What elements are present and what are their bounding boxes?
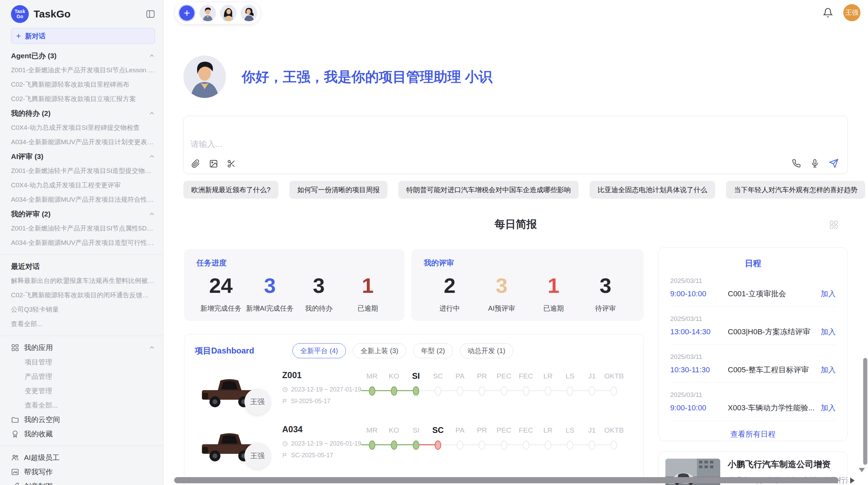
greeting-text: 你好，王强，我是你的项目管理助理 小识 [242, 67, 492, 86]
my-review-card: 我的评审 2 进行中 3 AI预评审 1 已逾期 3 待评审 [411, 249, 644, 321]
image-icon[interactable] [209, 159, 218, 168]
recent-chat-item[interactable]: 公司Q3轻卡销量 [11, 302, 155, 317]
sidebar-section-agent-done[interactable]: Agent已办 (3) [11, 49, 155, 63]
app-link-project-mgmt[interactable]: 项目管理 [11, 355, 155, 369]
tab-new-topbody[interactable]: 全新上装 (3) [353, 343, 406, 358]
milestone-label-current: SC [427, 425, 449, 435]
user-avatar[interactable]: 王强 [843, 4, 860, 21]
suggestion-chip[interactable]: 欧洲新规最近颁布了什么? [183, 181, 278, 199]
project-row-a034[interactable]: 王强 A034 2023-12-19 ~ 2026-01-19 SC-2025-… [195, 422, 633, 476]
chevron-up-icon [149, 110, 155, 116]
tab-new-platform[interactable]: 全新平台 (4) [292, 343, 346, 358]
app-link-view-all[interactable]: 查看全部... [11, 398, 155, 412]
folder-icon [11, 415, 19, 424]
sidebar-section-ai-review[interactable]: AI评审 (3) [11, 149, 155, 164]
app-link-change-mgmt[interactable]: 变更管理 [11, 384, 155, 398]
attach-icon[interactable] [191, 159, 200, 168]
task-progress-card: 任务进度 24 新增完成任务 3 新增AI完成任务 3 我的待办 1 已逾期 [184, 249, 405, 321]
sidebar-item[interactable]: C0X4-动力总成开发项目SI里程碑提交物检查 [11, 121, 155, 135]
milestone-label: PA [449, 425, 471, 435]
sidebar-item[interactable]: A034-全新新能源MUV产品开发项目计划变更表编写 [11, 135, 155, 149]
recent-chat-item[interactable]: C02-飞腾新能源轻客改款项目的闭环通告反馈情况 [11, 288, 155, 302]
milestone-label: MR [361, 425, 383, 435]
new-chat-button[interactable]: + 新对话 [11, 28, 155, 44]
sidebar-section-my-todo[interactable]: 我的待办 (2) [11, 106, 155, 121]
milestone-label: SI [405, 425, 427, 435]
app-link-product-mgmt[interactable]: 产品管理 [11, 369, 155, 384]
milestone-node [611, 440, 617, 450]
milestone-node [545, 386, 551, 396]
sidebar-item[interactable]: Z001-全新燃油皮卡产品开发项目SI节点Lesson Learn报告 [11, 63, 155, 77]
milestone-label: PEC [493, 425, 515, 435]
conversation-avatar-1[interactable] [200, 5, 216, 21]
sidebar-item-my-apps[interactable]: 我的应用 [11, 340, 155, 355]
sidebar-collapse-icon[interactable] [146, 10, 155, 18]
sidebar-item[interactable]: Z001-全新燃油轻卡产品开发项目SI节点属性5D文件评审 [11, 221, 155, 236]
milestone-node [479, 386, 485, 396]
suggestion-chip[interactable]: 如何写一份清晰的项目周报 [289, 181, 387, 199]
vertical-scrollbar[interactable] [863, 358, 867, 465]
suggestion-chip[interactable]: 特朗普可能对进口汽车增税会对中国车企造成哪些影响 [398, 181, 579, 199]
clock-icon [282, 387, 288, 393]
sidebar-item[interactable]: A034-全新新能源MUV产品开发项目法规符合性评审 [11, 192, 155, 207]
logo-line2: Go [16, 14, 23, 19]
conversation-avatar-2[interactable] [220, 5, 237, 21]
conversation-switcher: + [174, 2, 261, 24]
join-link[interactable]: 加入 [821, 403, 836, 413]
schedule-title: 日程 [670, 258, 836, 269]
join-link[interactable]: 加入 [821, 327, 836, 337]
sidebar-item-help-me-write[interactable]: 帮我写作 [11, 465, 155, 479]
tab-model-year[interactable]: 年型 (2) [413, 343, 453, 358]
add-conversation-button[interactable]: + [178, 4, 195, 22]
composer-left-tools [191, 159, 236, 168]
suggestion-chip[interactable]: 比亚迪全固态电池计划具体说了什么 [590, 181, 715, 199]
schedule-event: 2025/03/11 9:00-10:00 C001-立项审批会 加入 [670, 269, 836, 307]
project-dates: 2023-12-19 ~ 2026-01-19 [282, 440, 361, 447]
sidebar-item[interactable]: A034-全新新能源MUV产品开发项目造型可行性评审 [11, 236, 155, 250]
sidebar-item[interactable]: C02-飞腾新能源轻客改款项目里程碑画布 [11, 77, 155, 92]
tab-powertrain[interactable]: 动总开发 (1) [460, 343, 513, 358]
message-input[interactable] [189, 116, 775, 180]
send-icon[interactable] [829, 159, 839, 168]
milestone-node-done [369, 386, 375, 396]
bell-icon[interactable] [823, 8, 833, 18]
milestone-label: LS [559, 425, 581, 435]
sidebar-item-ai-super-staff[interactable]: AI超级员工 [11, 450, 155, 465]
composer-right-tools [792, 159, 839, 168]
horizontal-scrollbar[interactable] [174, 477, 839, 483]
join-link[interactable]: 加入 [821, 365, 836, 375]
milestone-chain: MR KO SI SC PA PR PEC FEC LR LS J1 OKTB [361, 368, 625, 422]
suggestion-chip[interactable]: 当下年轻人对汽车外观有怎样的喜好趋势 [726, 181, 865, 199]
milestone-node [457, 386, 463, 396]
sidebar-item[interactable]: C02-飞腾新能源轻客改款项目立项汇报方案 [11, 92, 155, 106]
card-title: 任务进度 [196, 258, 392, 268]
dashboard-tabs: 全新平台 (4) 全新上装 (3) 年型 (2) 动总开发 (1) [292, 343, 513, 358]
sidebar-item-cloud-space[interactable]: 我的云空间 [11, 412, 155, 427]
grid-icon [11, 344, 19, 352]
sidebar-item-favorites[interactable]: 我的收藏 [11, 427, 155, 441]
join-link[interactable]: 加入 [821, 289, 836, 299]
sidebar-item[interactable]: C0X4-动力总成开发项目工程变更评审 [11, 178, 155, 192]
phone-icon[interactable] [792, 159, 801, 168]
recent-chat-item[interactable]: 解释最新出台的欧盟报废车法规再生塑料比例被调至15%... [11, 274, 155, 288]
scroll-down-arrow[interactable] [859, 468, 865, 472]
logo-line1: Task [15, 9, 25, 14]
sidebar-section-my-review[interactable]: 我的评审 (2) [11, 207, 155, 221]
new-chat-label: 新对话 [25, 32, 46, 41]
stat-overdue: 1 已逾期 [528, 272, 580, 313]
view-all-schedule-link[interactable]: 查看所有日程 [670, 421, 836, 448]
microphone-icon[interactable] [810, 159, 819, 168]
recent-chat-view-all[interactable]: 查看全部... [11, 317, 155, 331]
project-row-z001[interactable]: 王强 Z001 2023-12-19 ~ 2027-01-19 SI-2025-… [195, 368, 633, 422]
clock-icon [282, 441, 288, 447]
layout-grid-icon[interactable] [829, 220, 839, 231]
daily-briefing-title: 每日简报 [164, 217, 868, 232]
sidebar-item-creative-drawing[interactable]: 创意制图 [11, 479, 155, 485]
conversation-avatar-3[interactable] [241, 5, 257, 21]
message-composer [183, 116, 848, 174]
scissors-icon[interactable] [227, 159, 236, 168]
milestone-node [567, 386, 573, 396]
chevron-up-icon [149, 153, 155, 160]
sidebar-item[interactable]: Z001-全新燃油轻卡产品开发项目SI造型提交物评审 [11, 164, 155, 178]
scroll-right-arrow[interactable] [850, 477, 855, 484]
